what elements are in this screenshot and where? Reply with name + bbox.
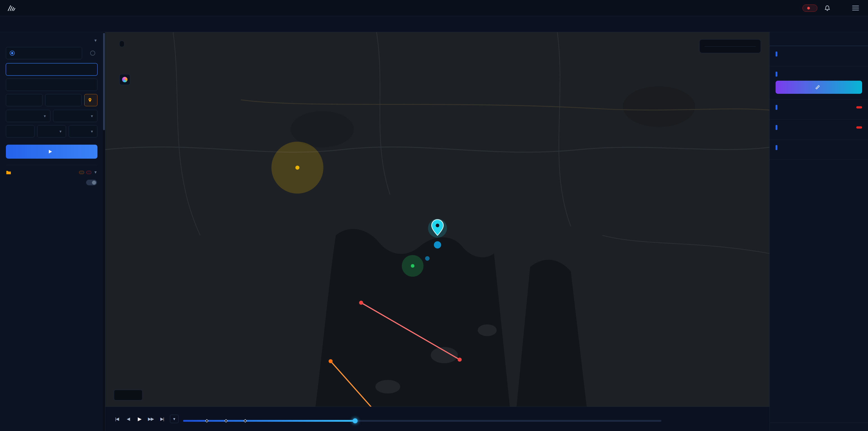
analysis-panel-title bbox=[770, 32, 868, 46]
latitude-input[interactable] bbox=[6, 94, 42, 106]
pollution-status-card bbox=[770, 99, 868, 120]
wing-logo-icon bbox=[8, 5, 16, 11]
palette-icon bbox=[122, 77, 127, 82]
scrollbar-thumb[interactable] bbox=[103, 33, 105, 130]
skip-start-button[interactable]: |◀ bbox=[112, 414, 122, 424]
chevron-down-icon: ▼ bbox=[59, 129, 62, 133]
panel-action-bar bbox=[770, 423, 868, 431]
fence-endpoint[interactable] bbox=[458, 358, 462, 362]
map-legend bbox=[700, 39, 761, 53]
risk-badge bbox=[856, 106, 862, 109]
polygon-analysis-button[interactable] bbox=[776, 81, 862, 94]
left-sidebar: ▼ ▼ ▼ bbox=[0, 32, 105, 431]
map-pin-icon bbox=[88, 98, 92, 102]
notification-bell-icon[interactable] bbox=[824, 5, 831, 11]
unit-select[interactable]: ▼ bbox=[37, 125, 66, 137]
forecast-summary-card bbox=[770, 120, 868, 140]
timeline-handle[interactable] bbox=[352, 418, 358, 423]
layers-header: ▼ bbox=[6, 165, 97, 178]
play-icon bbox=[48, 149, 53, 154]
brand bbox=[8, 5, 19, 11]
duration-select[interactable]: ▼ bbox=[69, 125, 97, 137]
radio-direct-input[interactable] bbox=[6, 47, 82, 59]
timeline-bar: |◀ ◀ ▶ ▶▶ ▶| ▾ bbox=[105, 407, 770, 431]
chevron-down-icon: ▼ bbox=[90, 114, 94, 118]
fence-endpoint[interactable] bbox=[359, 301, 363, 305]
weathering-card bbox=[770, 140, 868, 160]
folder-icon bbox=[6, 170, 11, 175]
top-nav bbox=[0, 0, 868, 16]
chevron-down-icon: ▼ bbox=[43, 114, 46, 118]
timeline-event-marker[interactable] bbox=[205, 419, 209, 423]
analysis-panel bbox=[770, 32, 868, 431]
card-bullet bbox=[776, 125, 777, 130]
legend-divider bbox=[705, 46, 756, 47]
oil-type-select[interactable]: ▼ bbox=[53, 110, 98, 122]
pollution-analysis-card bbox=[770, 66, 868, 99]
input-mode-radios bbox=[6, 47, 97, 59]
speed-selector[interactable]: ▾ bbox=[170, 415, 179, 423]
timeline-readout bbox=[666, 418, 763, 420]
incident-list-input[interactable] bbox=[6, 79, 97, 91]
beach-point[interactable] bbox=[434, 241, 441, 248]
longitude-input[interactable] bbox=[45, 94, 82, 106]
run-prediction-button[interactable] bbox=[6, 145, 97, 159]
timeline-progress bbox=[183, 420, 355, 422]
timeline-event-marker[interactable] bbox=[224, 419, 228, 423]
layers-all-on-button[interactable] bbox=[79, 171, 84, 174]
playback-controls: |◀ ◀ ▶ ▶▶ ▶| ▾ bbox=[112, 414, 179, 424]
aquafarm-center-dot bbox=[411, 264, 414, 268]
incident-name-input[interactable] bbox=[6, 63, 97, 75]
spill-type-select[interactable]: ▼ bbox=[6, 110, 51, 122]
radio-dot-icon bbox=[90, 51, 95, 56]
map-status-bar bbox=[114, 390, 143, 400]
incident-dot-icon bbox=[807, 7, 810, 9]
radio-image-upload[interactable] bbox=[90, 47, 97, 59]
master-layer-toggle[interactable] bbox=[86, 180, 97, 185]
step-back-button[interactable]: ◀ bbox=[123, 414, 133, 424]
accident-marker[interactable] bbox=[428, 219, 447, 238]
skip-end-button[interactable]: ▶| bbox=[157, 414, 167, 424]
chevron-down-icon: ▼ bbox=[90, 129, 94, 133]
nav-right bbox=[802, 4, 860, 12]
card-bullet bbox=[776, 145, 777, 150]
incident-status-badge[interactable] bbox=[802, 4, 817, 12]
main-area: ▼ ▼ ▼ bbox=[0, 32, 868, 431]
timeline-track-area bbox=[183, 407, 661, 431]
risk-badge bbox=[856, 126, 862, 129]
pick-on-map-button[interactable] bbox=[84, 94, 97, 106]
tab-bar bbox=[0, 16, 868, 32]
sidebar-scrollbar[interactable] bbox=[103, 32, 105, 431]
analysis-panel-body bbox=[770, 46, 868, 423]
app: ▼ ▼ ▼ bbox=[0, 0, 868, 431]
card-bullet bbox=[776, 52, 777, 57]
wetland-center-dot bbox=[296, 166, 300, 170]
map-column: |◀ ◀ ▶ ▶▶ ▶| ▾ bbox=[105, 32, 770, 431]
collapse-arrow-icon[interactable]: ▼ bbox=[94, 170, 97, 175]
play-button[interactable]: ▶ bbox=[134, 414, 145, 424]
layers-all-off-button[interactable] bbox=[86, 171, 91, 174]
fence-endpoint[interactable] bbox=[329, 359, 333, 363]
amount-input[interactable] bbox=[6, 125, 35, 137]
display-control-card bbox=[770, 46, 868, 66]
timeline-event-marker[interactable] bbox=[243, 419, 247, 423]
collapse-arrow-icon[interactable]: ▼ bbox=[94, 38, 97, 43]
fast-forward-button[interactable]: ▶▶ bbox=[146, 414, 156, 424]
radio-dot-icon bbox=[10, 51, 15, 56]
timeline-track[interactable] bbox=[183, 420, 661, 422]
hamburger-menu-icon[interactable] bbox=[851, 4, 860, 12]
map-canvas[interactable] bbox=[105, 32, 770, 407]
map[interactable] bbox=[105, 32, 770, 407]
weather-info-box bbox=[119, 41, 124, 47]
master-layer-row bbox=[6, 178, 97, 189]
card-bullet bbox=[776, 72, 777, 76]
card-bullet bbox=[776, 105, 777, 110]
ruler-icon bbox=[815, 85, 820, 90]
map-style-button[interactable] bbox=[119, 74, 130, 85]
